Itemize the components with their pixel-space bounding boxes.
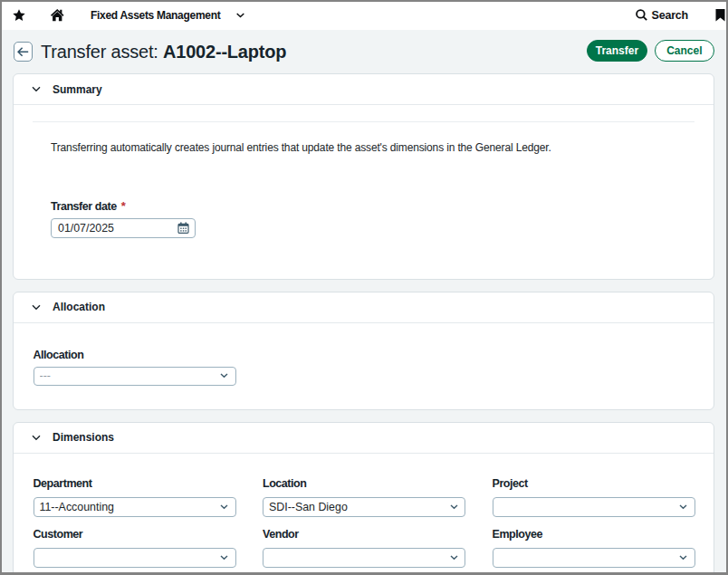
dimension-select-chevron-down-icon [679, 555, 687, 561]
summary-divider [33, 121, 694, 122]
dimension-field: Location SDI--San Diego [263, 477, 465, 517]
app-switcher-chevron-down-icon[interactable] [236, 13, 244, 18]
required-asterisk: * [121, 199, 126, 213]
dimension-field-label: Customer [34, 528, 236, 541]
dimension-field-label: Project [493, 477, 695, 491]
allocation-section-title: Allocation [53, 301, 105, 313]
app-window: Fixed Assets Management Search Transfer … [0, 0, 728, 575]
dimensions-section-body: Department 11--Accounting Location SDI--… [14, 454, 714, 575]
summary-section-body: Transferring automatically creates journ… [14, 121, 714, 279]
allocation-select-chevron-down-icon [220, 373, 228, 379]
dimension-select-chevron-down-icon [220, 504, 228, 510]
dimensions-grid: Department 11--Accounting Location SDI--… [34, 477, 694, 568]
back-button[interactable] [14, 42, 34, 62]
summary-section-title: Summary [53, 83, 102, 96]
search-icon [636, 9, 647, 21]
page-title: Transfer asset: A1002--Laptop [41, 42, 286, 62]
dimension-select-value: 11--Accounting [40, 501, 114, 513]
dimension-field: Project [493, 477, 695, 517]
top-bar: Fixed Assets Management Search [2, 2, 726, 30]
summary-note: Transferring automatically creates journ… [51, 141, 677, 155]
dimension-select[interactable] [34, 548, 236, 568]
dimension-select-value: SDI--San Diego [269, 501, 348, 513]
cancel-button[interactable]: Cancel [655, 40, 714, 62]
transfer-date-label-row: Transfer date* [51, 197, 714, 214]
page-content: Summary Transferring automatically creat… [2, 69, 726, 575]
dimensions-section-header[interactable]: Dimensions [14, 423, 714, 454]
allocation-section-body: Allocation --- [14, 323, 714, 409]
transfer-date-label: Transfer date [51, 200, 117, 213]
transfer-button[interactable]: Transfer [587, 40, 647, 62]
transfer-date-input[interactable] [58, 222, 177, 235]
bookmark-icon[interactable] [715, 9, 725, 22]
summary-section: Summary Transferring automatically creat… [13, 73, 714, 280]
dimension-field-label: Employee [493, 528, 695, 541]
app-switcher-label[interactable]: Fixed Assets Management [91, 9, 220, 22]
summary-section-header[interactable]: Summary [14, 74, 714, 105]
dimensions-section: Dimensions Department 11--Accounting Loc… [13, 422, 714, 575]
transfer-date-input-wrap [51, 218, 196, 238]
page-header: Transfer asset: A1002--Laptop Transfer C… [2, 30, 726, 69]
page-title-prefix: Transfer asset: [41, 42, 163, 62]
dimension-select-chevron-down-icon [679, 504, 687, 510]
dimension-field: Customer [34, 528, 236, 568]
dimension-select[interactable] [493, 497, 695, 517]
dimension-select[interactable]: SDI--San Diego [263, 497, 465, 517]
dimension-field-label: Department [34, 477, 236, 491]
dimension-select-chevron-down-icon [220, 555, 228, 561]
allocation-collapse-chevron-down-icon[interactable] [32, 304, 41, 311]
allocation-select-value: --- [40, 369, 51, 382]
allocation-select[interactable]: --- [34, 367, 236, 387]
allocation-section-header[interactable]: Allocation [14, 292, 714, 323]
search-button[interactable]: Search [636, 9, 689, 22]
dimension-field-label: Location [263, 477, 465, 491]
favorites-star-icon[interactable] [13, 9, 25, 22]
allocation-section: Allocation Allocation --- [13, 292, 714, 410]
dimension-select-chevron-down-icon [450, 504, 458, 510]
transfer-date-field: Transfer date* [51, 197, 714, 238]
dimension-select[interactable] [493, 548, 695, 568]
dimension-field: Employee [493, 528, 695, 568]
dimension-select[interactable] [263, 548, 465, 568]
dimension-field-label: Vendor [263, 528, 465, 541]
home-icon[interactable] [50, 8, 65, 22]
dimension-select[interactable]: 11--Accounting [34, 497, 236, 517]
calendar-icon[interactable] [177, 222, 189, 234]
search-label: Search [652, 9, 689, 22]
page-title-asset: A1002--Laptop [163, 42, 286, 62]
allocation-label: Allocation [34, 349, 694, 362]
dimensions-section-title: Dimensions [53, 431, 114, 444]
summary-collapse-chevron-down-icon[interactable] [32, 86, 41, 92]
dimension-select-chevron-down-icon [450, 555, 458, 561]
dimensions-collapse-chevron-down-icon[interactable] [32, 435, 41, 441]
summary-bottom-pad [14, 238, 714, 279]
dimension-field: Department 11--Accounting [34, 477, 236, 517]
arrow-left-icon [17, 47, 29, 57]
dimension-field: Vendor [263, 528, 465, 568]
